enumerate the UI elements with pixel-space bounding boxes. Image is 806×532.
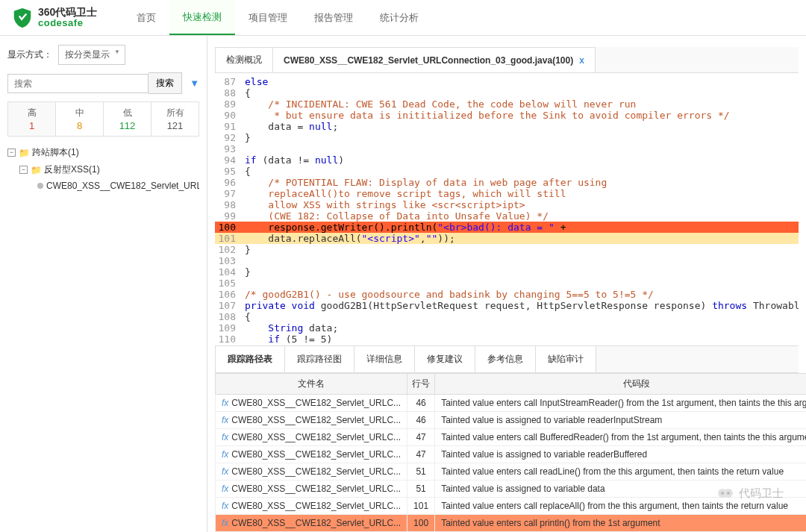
code-line: 108{: [215, 311, 799, 322]
nav-item[interactable]: 项目管理: [235, 0, 301, 35]
logo[interactable]: 360代码卫士 codesafe: [0, 7, 108, 29]
collapse-icon[interactable]: −: [19, 166, 28, 174]
code-line: 96 /* POTENTIAL FLAW: Display of data in…: [215, 177, 799, 188]
code-line: 91 data = null;: [215, 121, 799, 132]
trace-row[interactable]: fxCWE80_XSS__CWE182_Servlet_URLC...46Tai…: [216, 412, 807, 429]
code-line: 103: [215, 255, 799, 266]
trace-row[interactable]: fxCWE80_XSS__CWE182_Servlet_URLC...46Tai…: [216, 395, 807, 412]
code-line: 109 String data;: [215, 322, 799, 334]
code-line: 99 (CWE 182: Collapse of Data into Unsaf…: [215, 210, 799, 222]
code-line: 87else: [215, 76, 799, 87]
detail-tabs: 跟踪路径表跟踪路径图详细信息修复建议参考信息缺陷审计: [215, 345, 799, 373]
folder-icon: 📁: [19, 148, 30, 158]
code-line: 88{: [215, 87, 799, 98]
file-dot-icon: [37, 183, 43, 189]
code-line: 98 allow XSS with strings like <scr<scri…: [215, 199, 799, 210]
code-view[interactable]: 87else88{89 /* INCIDENTAL: CWE 561 Dead …: [215, 73, 799, 345]
search-input[interactable]: [7, 74, 149, 93]
main-nav: 首页快速检测项目管理报告管理统计分析: [123, 0, 432, 35]
trace-row[interactable]: fxCWE80_XSS__CWE182_Servlet_URLC...51Tai…: [216, 481, 807, 498]
filter-icon[interactable]: ▼: [190, 78, 199, 89]
tab-file[interactable]: CWE80_XSS__CWE182_Servlet_URLConnection_…: [272, 47, 596, 72]
code-line: 95{: [215, 166, 799, 177]
detail-tab[interactable]: 缺陷审计: [536, 346, 596, 372]
code-line: 106/* goodG2B1() - use goodsource and ba…: [215, 289, 799, 300]
code-line: 101 data.replaceAll("<script>",""));: [215, 233, 799, 244]
code-line: 107private void goodG2B1(HttpServletRequ…: [215, 300, 799, 311]
collapse-icon[interactable]: −: [7, 148, 16, 157]
th-line: 行号: [407, 374, 435, 395]
code-line: 105: [215, 278, 799, 289]
severity-tab[interactable]: 中8: [56, 102, 104, 136]
detail-tab[interactable]: 参考信息: [475, 346, 536, 372]
severity-tab[interactable]: 高1: [8, 102, 56, 136]
logo-text: 360代码卫士 codesafe: [38, 7, 97, 29]
severity-tab[interactable]: 低112: [104, 102, 151, 136]
trace-row[interactable]: fxCWE80_XSS__CWE182_Servlet_URLC...101Ta…: [216, 498, 807, 515]
nav-item[interactable]: 快速检测: [169, 0, 235, 35]
shield-icon: [11, 7, 34, 29]
main-panel: 检测概况 CWE80_XSS__CWE182_Servlet_URLConnec…: [207, 36, 806, 532]
tree-root[interactable]: − 📁 跨站脚本(1): [7, 144, 199, 161]
close-icon[interactable]: x: [579, 55, 584, 66]
detail-tab[interactable]: 修复建议: [415, 346, 475, 372]
folder-icon: 📁: [31, 165, 42, 175]
tree-child[interactable]: − 📁 反射型XSS(1): [7, 161, 199, 178]
code-line: 110 if (5 != 5): [215, 334, 799, 345]
code-line: 89 /* INCIDENTAL: CWE 561 Dead Code, the…: [215, 98, 799, 110]
tab-overview[interactable]: 检测概况: [215, 47, 273, 72]
th-file: 文件名: [216, 374, 407, 395]
trace-table: 文件名 行号 代码段 fxCWE80_XSS__CWE182_Servlet_U…: [215, 373, 806, 532]
trace-row[interactable]: fxCWE80_XSS__CWE182_Servlet_URLC...47Tai…: [216, 446, 807, 463]
code-line: 94if (data != null): [215, 154, 799, 166]
severity-tab[interactable]: 所有121: [151, 102, 199, 136]
tree-leaf[interactable]: CWE80_XSS__CWE182_Servlet_URLConne: [7, 178, 199, 193]
header: 360代码卫士 codesafe 首页快速检测项目管理报告管理统计分析: [0, 0, 806, 36]
code-line: 104}: [215, 266, 799, 278]
nav-item[interactable]: 首页: [123, 0, 169, 35]
nav-item[interactable]: 报告管理: [301, 0, 366, 35]
detail-tab[interactable]: 跟踪路径图: [285, 346, 354, 372]
trace-row[interactable]: fxCWE80_XSS__CWE182_Servlet_URLC...100Ta…: [216, 515, 807, 532]
detail-tab[interactable]: 跟踪路径表: [215, 346, 285, 372]
display-mode-select[interactable]: 按分类显示: [58, 45, 125, 65]
vuln-tree: − 📁 跨站脚本(1) − 📁 反射型XSS(1) CWE80_XSS__CWE…: [7, 144, 199, 193]
code-line: 100 response.getWriter().println("<br>ba…: [215, 222, 799, 233]
display-mode-label: 显示方式：: [7, 48, 52, 61]
code-line: 90 * but ensure data is inititialized be…: [215, 110, 799, 121]
code-line: 102}: [215, 244, 799, 255]
severity-tabs: 高1中8低112所有121: [7, 101, 199, 137]
trace-row[interactable]: fxCWE80_XSS__CWE182_Servlet_URLC...51Tai…: [216, 463, 807, 481]
editor-tabs: 检测概况 CWE80_XSS__CWE182_Servlet_URLConnec…: [215, 47, 799, 73]
sidebar: 显示方式： 按分类显示 搜索 ▼ 高1中8低112所有121 − 📁 跨站脚本(…: [0, 36, 207, 532]
code-line: 97 replaceAll()to remove script tags, wh…: [215, 188, 799, 199]
th-snippet: 代码段: [435, 374, 806, 395]
search-button[interactable]: 搜索: [149, 72, 182, 94]
nav-item[interactable]: 统计分析: [366, 0, 432, 35]
detail-tab[interactable]: 详细信息: [354, 346, 415, 372]
trace-row[interactable]: fxCWE80_XSS__CWE182_Servlet_URLC...47Tai…: [216, 429, 807, 446]
code-line: 93: [215, 143, 799, 154]
code-line: 92}: [215, 132, 799, 143]
